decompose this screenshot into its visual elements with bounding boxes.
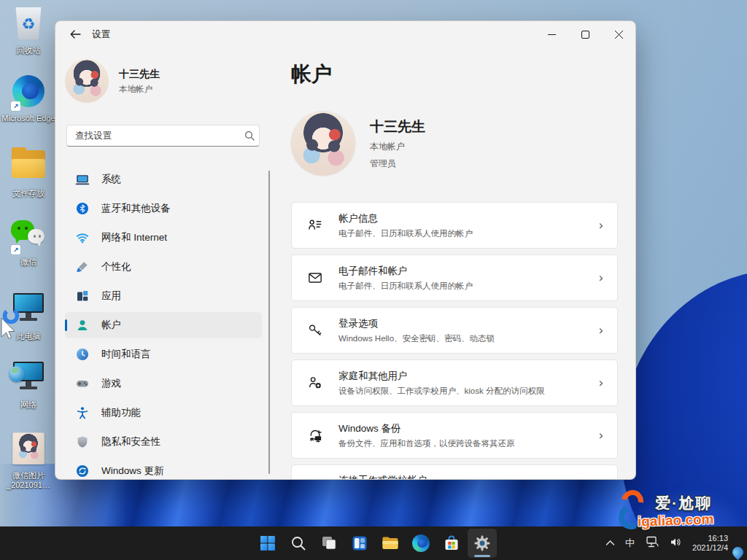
apps-icon bbox=[75, 289, 90, 303]
card-account-info[interactable]: 帐户信息电子邮件、日历和联系人使用的帐户 › bbox=[291, 202, 618, 249]
desktop-icon-folder[interactable]: 文件存放 bbox=[1, 146, 56, 198]
minimize-button[interactable] bbox=[535, 21, 568, 47]
avatar bbox=[65, 59, 109, 103]
store-button[interactable] bbox=[437, 529, 466, 558]
profile-name: 十三先生 bbox=[119, 68, 160, 81]
mouse-cursor-busy bbox=[0, 306, 22, 340]
desktop-icon-edge[interactable]: ↗ Microsoft Edge bbox=[1, 73, 56, 123]
account-type: 本地帐户 bbox=[370, 141, 425, 153]
chevron-right-icon: › bbox=[585, 218, 617, 233]
sidebar-item-apps[interactable]: 应用 bbox=[65, 283, 262, 309]
window-title: 设置 bbox=[92, 28, 110, 41]
maximize-button[interactable] bbox=[568, 21, 602, 47]
sidebar-nav: 系统 蓝牙和其他设备 网络和 Internet 个性化 应用 帐户 时间和语言 … bbox=[65, 166, 262, 480]
desktop-icon-label: 文件存放 bbox=[1, 189, 56, 198]
sidebar-scrollbar[interactable] bbox=[268, 171, 270, 474]
edge-icon bbox=[412, 534, 430, 552]
backup-icon bbox=[292, 427, 338, 443]
ime-indicator[interactable]: 中 bbox=[625, 537, 635, 550]
family-icon bbox=[292, 375, 338, 391]
search-icon bbox=[290, 534, 307, 552]
shortcut-arrow-icon: ↗ bbox=[11, 245, 20, 254]
desktop-icon-recycle-bin[interactable]: ♻ 回收站 bbox=[1, 6, 56, 55]
desktop-icon-label: Microsoft Edge bbox=[1, 114, 56, 123]
sidebar-item-time-language[interactable]: 时间和语言 bbox=[65, 341, 262, 368]
account-hero: 十三先生 本地帐户 管理员 bbox=[291, 112, 425, 176]
chevron-right-icon: › bbox=[585, 323, 617, 338]
store-icon bbox=[442, 534, 461, 553]
card-windows-backup[interactable]: Windows 备份备份文件、应用和首选项，以便跨设备将其还原 › bbox=[291, 412, 618, 459]
tray-overflow-button[interactable] bbox=[605, 538, 615, 548]
folder-icon bbox=[10, 150, 47, 187]
active-app-indicator bbox=[474, 555, 490, 557]
taskbar: 中 16:13 2021/12/4 bbox=[0, 526, 747, 560]
wechat-icon: ↗ bbox=[10, 219, 47, 255]
sidebar-item-privacy[interactable]: 隐私和安全性 bbox=[65, 429, 262, 455]
selected-indicator bbox=[65, 319, 67, 331]
widgets-button[interactable] bbox=[345, 529, 374, 558]
sidebar-item-network[interactable]: 网络和 Internet bbox=[65, 225, 262, 251]
card-sign-in-options[interactable]: 登录选项Windows Hello、安全密钥、密码、动态锁 › bbox=[291, 307, 618, 354]
bluetooth-icon bbox=[75, 201, 90, 216]
sidebar-item-personalization[interactable]: 个性化 bbox=[65, 254, 262, 280]
back-button[interactable] bbox=[64, 24, 86, 44]
titlebar[interactable]: 设置 bbox=[55, 21, 635, 47]
recycle-bin-icon: ♻ bbox=[10, 7, 47, 44]
windows-logo-icon bbox=[259, 534, 276, 552]
chevron-right-icon: › bbox=[585, 271, 617, 285]
profile-subtitle: 本地帐户 bbox=[119, 84, 160, 95]
desktop: ♻ 回收站 ↗ Microsoft Edge 文件存放 ↗ 微信 此电脑 网络 … bbox=[0, 0, 57, 510]
settings-gear-icon bbox=[473, 534, 492, 553]
gaming-icon bbox=[75, 376, 90, 391]
settings-window: 设置 十三先生 本地帐户 系统 蓝牙和其他设备 网络和 Internet bbox=[55, 20, 636, 480]
contact-card-icon bbox=[292, 217, 338, 233]
privacy-icon bbox=[75, 435, 90, 449]
edge-button[interactable] bbox=[406, 529, 436, 558]
windows-update-icon bbox=[75, 464, 90, 478]
file-explorer-button[interactable] bbox=[376, 529, 405, 558]
edge-icon: ↗ bbox=[10, 75, 47, 112]
sidebar-item-accounts[interactable]: 帐户 bbox=[65, 312, 262, 338]
sidebar-item-windows-update[interactable]: Windows 更新 bbox=[65, 458, 262, 480]
mail-icon bbox=[292, 270, 338, 286]
sidebar-item-system[interactable]: 系统 bbox=[65, 166, 262, 192]
search-icon[interactable] bbox=[240, 131, 259, 141]
accounts-icon bbox=[75, 318, 90, 332]
widgets-icon bbox=[351, 534, 368, 552]
personalization-icon bbox=[75, 260, 90, 274]
search-button[interactable] bbox=[284, 529, 313, 558]
file-explorer-icon bbox=[381, 534, 400, 552]
account-role: 管理员 bbox=[370, 158, 425, 170]
clock[interactable]: 16:13 2021/12/4 bbox=[692, 534, 728, 553]
network-icon bbox=[75, 230, 90, 245]
desktop-icon-wechat[interactable]: ↗ 微信 bbox=[1, 217, 56, 267]
sidebar-item-gaming[interactable]: 游戏 bbox=[65, 370, 262, 397]
desktop-icon-network[interactable]: 网络 bbox=[1, 359, 56, 410]
search-box[interactable] bbox=[66, 125, 260, 147]
start-button[interactable] bbox=[253, 529, 282, 558]
desktop-icon-label: 回收站 bbox=[1, 46, 56, 55]
sidebar-item-bluetooth[interactable]: 蓝牙和其他设备 bbox=[65, 195, 262, 222]
settings-button[interactable] bbox=[468, 529, 497, 558]
settings-card-list: 帐户信息电子邮件、日历和联系人使用的帐户 › 电子邮件和帐户电子邮件、日历和联系… bbox=[291, 202, 618, 480]
desktop-icon-label: 微信图片_2021091… bbox=[1, 471, 56, 490]
page-title: 帐户 bbox=[291, 61, 332, 88]
search-input[interactable] bbox=[67, 131, 240, 141]
shortcut-arrow-icon: ↗ bbox=[11, 101, 20, 111]
close-button[interactable] bbox=[602, 21, 635, 47]
card-work-school-account[interactable]: 连接工作或学校帐户 bbox=[291, 464, 618, 480]
card-family-other-users[interactable]: 家庭和其他用户设备访问权限、工作或学校用户、kiosk 分配的访问权限 › bbox=[291, 359, 618, 406]
network-tray-icon[interactable] bbox=[645, 535, 659, 551]
tray-date: 2021/12/4 bbox=[692, 543, 728, 552]
task-view-icon bbox=[320, 534, 338, 552]
volume-tray-icon[interactable] bbox=[670, 537, 682, 551]
chevron-right-icon: › bbox=[585, 376, 617, 390]
desktop-icon-wechat-image[interactable]: 微信图片_2021091… bbox=[1, 430, 56, 490]
task-view-button[interactable] bbox=[314, 529, 344, 558]
card-email-accounts[interactable]: 电子邮件和帐户电子邮件、日历和联系人使用的帐户 › bbox=[291, 254, 618, 301]
system-icon bbox=[75, 172, 90, 187]
network-places-icon bbox=[10, 362, 47, 398]
account-avatar bbox=[291, 112, 355, 176]
sidebar-item-accessibility[interactable]: 辅助功能 bbox=[65, 400, 262, 426]
sidebar-profile[interactable]: 十三先生 本地帐户 bbox=[65, 59, 269, 103]
